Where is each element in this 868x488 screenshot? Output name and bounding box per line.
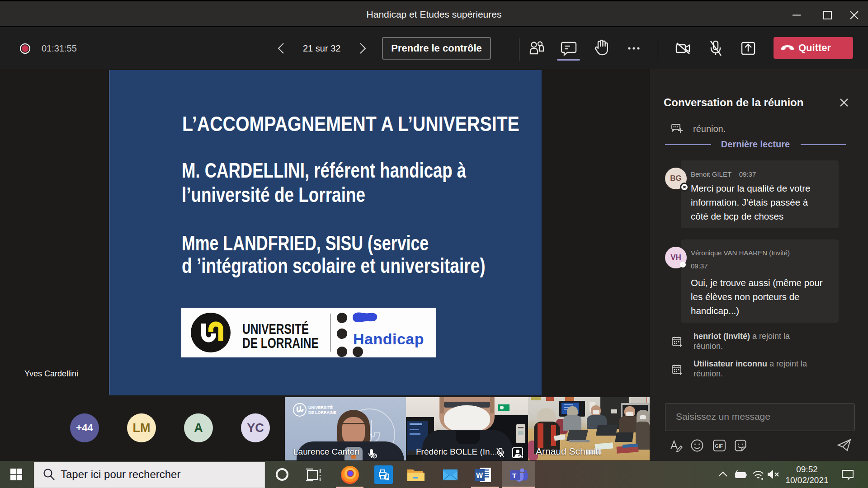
svg-text:W: W (476, 472, 483, 479)
svg-text:T: T (512, 472, 516, 479)
svg-text:UNIVERSITÉ: UNIVERSITÉ (308, 405, 333, 410)
svg-text:GIF: GIF (715, 443, 723, 449)
svg-text:DE LORRAINE: DE LORRAINE (308, 410, 336, 415)
